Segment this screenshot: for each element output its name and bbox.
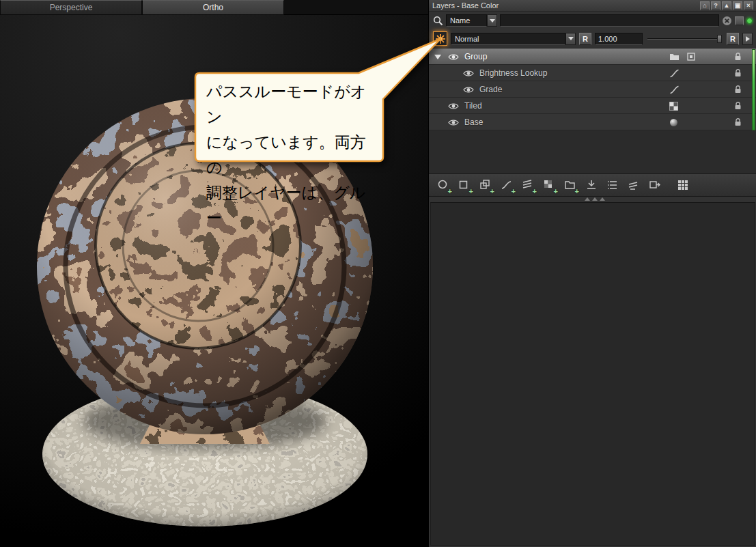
layer-list-scrollbar[interactable] [752, 49, 755, 130]
add-adjustment-stack-icon[interactable]: + [519, 176, 537, 194]
curve-icon [669, 69, 680, 78]
layers-toolbar: + + + + + + + [429, 173, 756, 197]
help-icon[interactable]: ? [711, 1, 720, 10]
transfer-layer-icon[interactable] [646, 176, 664, 194]
layer-row-grade[interactable]: Grade [429, 81, 756, 98]
opacity-input[interactable] [595, 33, 643, 45]
blend-row: Normal R R [429, 29, 756, 48]
visibility-eye-icon[interactable] [448, 102, 459, 110]
passthrough-icon [435, 33, 446, 44]
blend-mode-combo[interactable]: Normal [451, 33, 576, 45]
application-window: Perspective Ortho [0, 0, 756, 547]
merge-layers-icon[interactable] [583, 176, 600, 194]
panel-empty-area [430, 202, 755, 546]
sphere-icon [669, 118, 678, 127]
layer-row-brightness-lookup[interactable]: Brightness Lookup [429, 65, 756, 81]
search-input[interactable] [500, 14, 719, 27]
add-procedural-layer-icon[interactable]: + [540, 176, 558, 194]
cache-icon [687, 53, 695, 61]
layer-name: Group [464, 52, 487, 61]
layer-list-icon[interactable] [604, 176, 621, 194]
filter-row: Name [429, 12, 756, 29]
layers-panel: Layers - Base Color ⌂ ? ▲ ▣ × Name [428, 0, 756, 547]
add-layer-icon[interactable]: + [434, 176, 452, 194]
panel-titlebar[interactable]: Layers - Base Color ⌂ ? ▲ ▣ × [429, 0, 756, 12]
folder-icon [669, 53, 680, 61]
visibility-eye-icon[interactable] [463, 70, 474, 77]
status-green-light [746, 18, 753, 24]
filter-field-label[interactable]: Name [446, 14, 487, 27]
grid-view-icon[interactable] [674, 176, 692, 194]
lock-icon[interactable] [734, 117, 742, 126]
viewport-3d[interactable]: Perspective Ortho [0, 0, 428, 547]
clear-search-icon[interactable] [722, 16, 732, 26]
tab-ortho[interactable]: Ortho [142, 0, 284, 15]
advance-arrow-button[interactable] [742, 33, 753, 45]
curve-icon [669, 85, 680, 94]
visibility-eye-icon[interactable] [448, 53, 459, 61]
shader-ball-render [0, 15, 428, 547]
lock-icon[interactable] [734, 52, 742, 61]
search-icon [433, 16, 443, 26]
panel-resize-grip[interactable] [585, 197, 605, 201]
home-icon[interactable]: ⌂ [700, 1, 710, 10]
expander-icon[interactable] [434, 55, 441, 59]
viewport-tabbar: Perspective Ortho [0, 0, 428, 15]
add-adjustment-layer-icon[interactable]: + [498, 176, 516, 194]
add-group-icon[interactable]: + [561, 176, 579, 194]
lock-icon[interactable] [734, 68, 742, 77]
chevron-down-icon[interactable] [565, 33, 576, 45]
float-icon[interactable]: ▣ [733, 1, 742, 10]
opacity-slider[interactable] [646, 32, 723, 46]
lock-icon[interactable] [734, 85, 742, 94]
remove-layers-icon[interactable] [625, 176, 643, 194]
lock-icon[interactable] [734, 101, 742, 110]
filter-field-combo[interactable]: Name [446, 14, 497, 27]
reset-blend-button[interactable]: R [579, 33, 591, 45]
slider-groove [647, 38, 722, 40]
checker-icon [669, 102, 678, 111]
tab-perspective[interactable]: Perspective [0, 0, 142, 15]
layer-name: Base [464, 117, 483, 127]
layer-list: Group Brightness Lookup [429, 48, 756, 173]
visibility-eye-icon[interactable] [448, 119, 459, 126]
layer-row-tiled[interactable]: Tiled [429, 98, 756, 114]
add-channel-layer-icon[interactable]: + [456, 176, 473, 194]
chevron-down-icon[interactable] [487, 14, 497, 27]
layer-name: Brightness Lookup [479, 68, 547, 78]
blend-mode-value[interactable]: Normal [451, 33, 565, 45]
layer-name: Grade [479, 85, 502, 94]
panel-window-controls: ⌂ ? ▲ ▣ × [700, 1, 753, 10]
slider-handle[interactable] [717, 35, 722, 43]
passthrough-toggle-button[interactable] [433, 31, 447, 46]
copy-layer-icon[interactable]: + [477, 176, 494, 194]
layer-row-base[interactable]: Base [429, 114, 756, 130]
reset-opacity-button[interactable]: R [727, 33, 739, 45]
panel-title: Layers - Base Color [432, 1, 499, 10]
layer-name: Tiled [464, 101, 482, 111]
close-icon[interactable]: × [744, 1, 753, 10]
swatch-button[interactable] [735, 16, 744, 25]
visibility-eye-icon[interactable] [463, 86, 474, 94]
collapse-icon[interactable]: ▲ [722, 1, 731, 10]
layer-row-group[interactable]: Group [429, 48, 756, 65]
